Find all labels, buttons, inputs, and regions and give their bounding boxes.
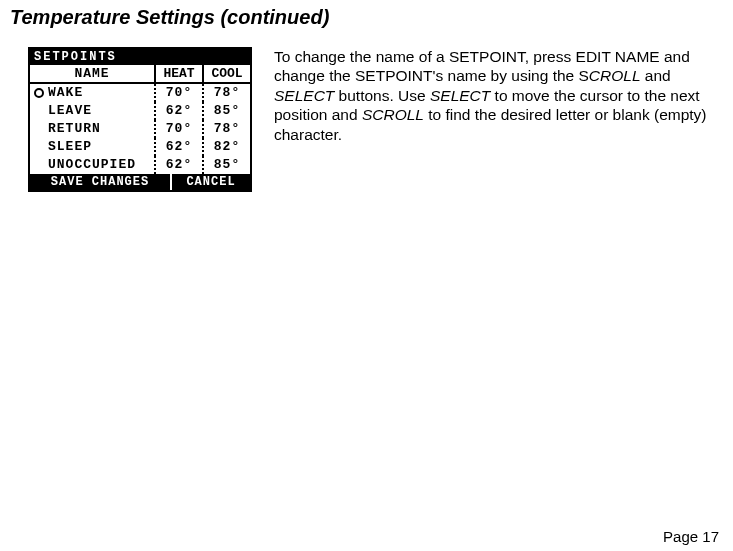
table-row: SLEEP 62° 82° [30, 138, 250, 156]
device-footer-bar: SAVE CHANGES CANCEL [30, 174, 250, 190]
row-name-text: WAKE [48, 84, 83, 102]
para-text-2: CROLL [589, 67, 641, 84]
col-header-name: NAME [30, 65, 154, 82]
row-cool: 78° [202, 84, 250, 102]
device-column-headers: NAME HEAT COOL [30, 65, 250, 84]
row-cool: 78° [202, 120, 250, 138]
row-name: SLEEP [30, 138, 154, 156]
device-header-bar: SETPOINTS [30, 49, 250, 65]
table-row: WAKE 70° 78° [30, 84, 250, 102]
page-title: Temperature Settings (continued) [0, 0, 733, 47]
device-rows: WAKE 70° 78° LEAVE 62° 85° RETURN 70° 78… [30, 84, 250, 174]
row-cool: 85° [202, 156, 250, 174]
para-text-4: SELECT [274, 87, 334, 104]
save-changes-button[interactable]: SAVE CHANGES [30, 174, 170, 190]
row-heat: 70° [154, 120, 202, 138]
row-name: UNOCCUPIED [30, 156, 154, 174]
table-row: UNOCCUPIED 62° 85° [30, 156, 250, 174]
row-cool: 85° [202, 102, 250, 120]
cancel-button[interactable]: CANCEL [170, 174, 250, 190]
para-text-5: buttons. Use [334, 87, 430, 104]
row-heat: 62° [154, 102, 202, 120]
para-text-6: SELECT [430, 87, 490, 104]
row-heat: 62° [154, 138, 202, 156]
col-header-heat: HEAT [154, 65, 202, 82]
row-name: LEAVE [30, 102, 154, 120]
row-heat: 62° [154, 156, 202, 174]
content-area: SETPOINTS NAME HEAT COOL WAKE 70° 78° LE… [0, 47, 733, 192]
selected-icon [34, 88, 44, 98]
table-row: RETURN 70° 78° [30, 120, 250, 138]
para-text-3: and [641, 67, 671, 84]
col-header-cool: COOL [202, 65, 250, 82]
instruction-paragraph: To change the name of a SETPOINT, press … [252, 47, 715, 144]
page-number: Page 17 [663, 528, 719, 545]
device-header-label: SETPOINTS [30, 49, 121, 65]
row-name: RETURN [30, 120, 154, 138]
row-cool: 82° [202, 138, 250, 156]
table-row: LEAVE 62° 85° [30, 102, 250, 120]
para-text-8: SCROLL [362, 106, 424, 123]
row-heat: 70° [154, 84, 202, 102]
row-name: WAKE [30, 84, 154, 102]
setpoints-device-screenshot: SETPOINTS NAME HEAT COOL WAKE 70° 78° LE… [28, 47, 252, 192]
